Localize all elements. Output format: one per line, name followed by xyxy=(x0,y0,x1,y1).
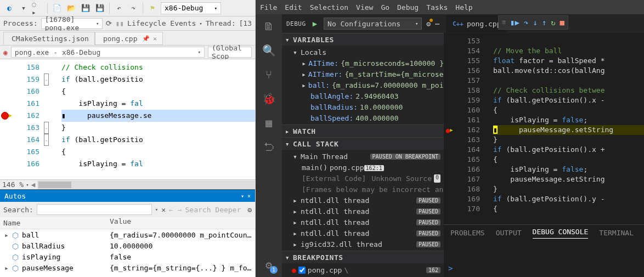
debug-config-select[interactable]: No Configurations ▾ xyxy=(324,18,422,30)
share-icon[interactable]: ⮌ xyxy=(261,139,276,155)
back-dd-icon[interactable]: ▼ xyxy=(18,2,30,14)
debug-sidebar: DEBUG ▶ No Configurations ▾ ⚙ ⋯ ▾VARIABL… xyxy=(282,14,444,277)
undo-icon[interactable]: ↶ xyxy=(113,2,125,14)
continue-icon[interactable]: ▮▶ xyxy=(510,18,519,27)
variables-section[interactable]: ▾VARIABLES xyxy=(282,33,444,46)
menu-debug[interactable]: Debug xyxy=(397,3,419,12)
menu-view[interactable]: View xyxy=(356,3,373,12)
menu-selection[interactable]: Selection xyxy=(310,3,348,12)
autos-row[interactable]: ▸pauseMessage{m_string={m_string={...} }… xyxy=(0,262,255,273)
menu-file[interactable]: File xyxy=(260,3,277,12)
save-all-icon[interactable]: 💾 xyxy=(94,2,106,14)
redo-icon[interactable]: ↷ xyxy=(127,2,139,14)
target-select[interactable]: pong.exe - x86-Debug▾ xyxy=(11,47,205,58)
breakpoint-icon[interactable] xyxy=(1,112,9,120)
step-into-icon[interactable]: ↓ xyxy=(533,18,537,27)
stack-frame[interactable]: [External Code]Unknown Source0 xyxy=(282,173,444,184)
variable-row[interactable]: ▸AITime: {m_microseconds=100000 } xyxy=(282,58,444,69)
settings-gear-icon[interactable]: ⚙1 xyxy=(261,257,276,273)
callstack-section[interactable]: ▾CALL STACK xyxy=(282,138,444,150)
drag-grip-icon[interactable]: ⠿ xyxy=(502,20,506,26)
menu-help[interactable]: Help xyxy=(455,3,472,12)
menu-go[interactable]: Go xyxy=(381,3,389,12)
nav-back-icon[interactable]: ◐ xyxy=(3,2,15,14)
restart-icon[interactable]: ↻ xyxy=(551,18,555,27)
locals-node[interactable]: ▾Locals xyxy=(282,47,444,58)
bp-checkbox[interactable] xyxy=(298,267,306,274)
step-over-icon[interactable]: ↷ xyxy=(524,18,528,27)
stack-frame[interactable]: [Frames below may be incorrect and/or xyxy=(282,184,444,195)
clear-search-icon[interactable]: ✕ xyxy=(161,206,166,214)
panel-tab-debug-console[interactable]: DEBUG CONSOLE xyxy=(533,228,589,239)
autos-search-input[interactable] xyxy=(37,204,152,215)
menu-edit[interactable]: Edit xyxy=(285,3,302,12)
stack-frame[interactable]: ▾Main ThreadPAUSED ON BREAKPOINT xyxy=(282,151,444,162)
process-select[interactable]: [16780] pong.exe ▾ xyxy=(41,18,103,29)
step-out-icon[interactable]: ↑ xyxy=(542,18,546,27)
debug-console-panel[interactable] xyxy=(444,241,644,277)
line-number-gutter: 158159160161162163164165166 xyxy=(18,59,44,179)
stop-icon[interactable]: ■ xyxy=(560,18,564,27)
search-icon[interactable]: 🔍 xyxy=(261,43,276,58)
vscode-window: FileEditSelectionViewGoDebugTasksHelp 🗎 … xyxy=(256,0,644,277)
visual-studio-window: ◐ ▼ ◌ ▸ 📄 📂 💾 💾 ↶ ↷ ⚑ x86-Debug ▾ Proces… xyxy=(0,0,256,277)
stack-frame[interactable]: ▸ntdll.dll threadPAUSED xyxy=(282,195,444,206)
autos-row[interactable]: ▸ball{m_radius=7.00000000 m_pointCount=3… xyxy=(0,229,255,240)
panel-tab-output[interactable]: OUTPUT xyxy=(496,229,522,237)
process-label: Process: xyxy=(3,19,38,27)
vscode-editor-area: C++pong.cpp ●▶ 1531541551561571581591601… xyxy=(444,14,644,277)
panel-tab-terminal[interactable]: TERMINAL xyxy=(599,229,634,237)
autos-row[interactable]: isPlayingfalse xyxy=(0,251,255,262)
vs-context-bar: ◉ pong.exe - x86-Debug▾ (Global Scop xyxy=(0,45,255,59)
search-label: Search: xyxy=(3,206,33,214)
extensions-icon[interactable]: ▦ xyxy=(261,115,276,131)
variable-row[interactable]: ballSpeed: 400.000000 xyxy=(282,112,444,123)
stack-frame[interactable]: ▸ntdll.dll threadPAUSED xyxy=(282,228,444,239)
stack-frame[interactable]: main()pong.cpp162:1 xyxy=(282,162,444,173)
tab-pong.cpp[interactable]: pong.cpp 📌 ✕ xyxy=(95,32,163,45)
col-name[interactable]: Name xyxy=(0,217,110,229)
autos-header[interactable]: Autos ▾ × xyxy=(0,190,255,202)
vs-code-editor[interactable]: 158159160161162163164165166 --- // Check… xyxy=(0,59,255,179)
menu-tasks[interactable]: Tasks xyxy=(426,3,448,12)
variable-row[interactable]: ballRadius: 10.0000000 xyxy=(282,101,444,112)
source-control-icon[interactable]: ⑂ xyxy=(261,67,276,82)
settings-icon[interactable]: ⚙ xyxy=(247,206,252,214)
stack-frame[interactable]: ▸ig9icd32.dll threadPAUSED xyxy=(282,239,444,250)
watch-section[interactable]: ▸WATCH xyxy=(282,125,444,137)
more-icon[interactable]: ⋯ xyxy=(435,20,439,28)
tab-CMakeSettings.json[interactable]: CMakeSettings.json xyxy=(3,32,95,45)
explorer-icon[interactable]: 🗎 xyxy=(261,19,276,34)
build-config-text: x86-Debug xyxy=(165,4,203,12)
col-value[interactable]: Value xyxy=(110,217,255,229)
horizontal-scrollbar[interactable] xyxy=(37,180,255,189)
vscode-editor[interactable]: ●▶ 1531541551561571581591601611621631641… xyxy=(444,33,644,224)
build-config-select[interactable]: x86-Debug ▾ xyxy=(161,2,221,14)
config-gear-icon[interactable]: ⚙ xyxy=(426,20,431,28)
zoom-level[interactable]: 146 % xyxy=(0,180,26,189)
stack-frame[interactable]: ▸ntdll.dll threadPAUSED xyxy=(282,206,444,217)
breakpoint-row[interactable]: ● pong.cpp \162 xyxy=(282,264,444,275)
stack-frame[interactable]: ▸ntdll.dll threadPAUSED xyxy=(282,217,444,228)
variable-row[interactable]: ▸AITimer: {m_startTime={m_microsecond… xyxy=(282,69,444,80)
open-file-icon[interactable]: 📂 xyxy=(65,2,77,14)
variable-row[interactable]: ▸ball: {m_radius=7.00000000 m_pointCo… xyxy=(282,80,444,91)
vscode-line-gutter: 1531541551561571581591601611621631641651… xyxy=(455,33,485,224)
refresh-icon[interactable]: ⟳ xyxy=(106,19,112,27)
panel-tab-problems[interactable]: PROBLEMS xyxy=(450,229,485,237)
debug-floating-toolbar[interactable]: ⠿ ▮▶ ↷ ↓ ↑ ↻ ■ xyxy=(498,15,568,30)
flag-icon[interactable]: ⚑ xyxy=(146,2,159,14)
debug-icon[interactable]: 🐞 xyxy=(261,91,276,106)
new-file-icon[interactable]: 📄 xyxy=(51,2,63,14)
breakpoints-section[interactable]: ▾BREAKPOINTS xyxy=(282,251,444,263)
lifecycle-events[interactable]: Lifecycle Events xyxy=(127,19,196,27)
search-deeper[interactable]: Search Deeper xyxy=(185,206,241,214)
start-debug-icon[interactable]: ▶ xyxy=(310,19,319,28)
variable-row[interactable]: ballAngle: 2.94960403 xyxy=(282,91,444,101)
vs-editor-tabs: CMakeSettings.jsonpong.cpp 📌 ✕ xyxy=(0,31,255,45)
scope-select[interactable]: (Global Scop xyxy=(208,47,252,58)
nav-fwd-icon[interactable]: ◌ ▸ xyxy=(32,2,44,14)
autos-panel: Autos ▾ × Search: ▾ ✕ ← → Search Deeper … xyxy=(0,189,255,277)
autos-row[interactable]: ballRadius10.0000000 xyxy=(0,240,255,251)
save-icon[interactable]: 💾 xyxy=(80,2,92,14)
